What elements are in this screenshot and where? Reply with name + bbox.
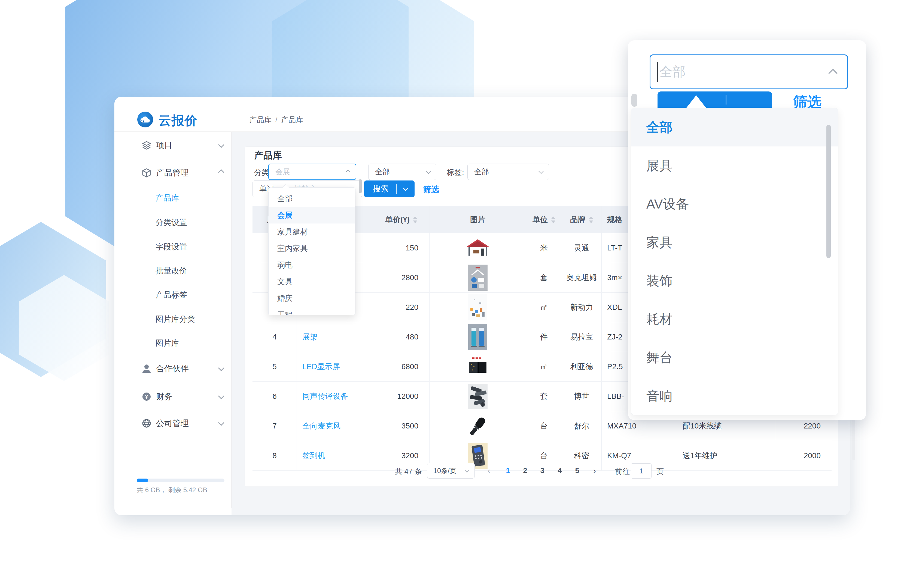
pagination-page-1[interactable]: 1 [503,467,513,475]
magnified-category-input[interactable]: 全部 [650,55,848,89]
sidebar-item-label: 公司管理 [156,418,189,429]
product-image-rollup-banners[interactable] [430,322,526,352]
sidebar-item-finance[interactable]: ¥ 财务 [115,388,231,405]
product-image-led-screen[interactable] [430,352,526,381]
chevron-down-icon [539,169,543,174]
dropdown-option-selected[interactable]: 全部 [631,108,838,147]
magnified-scrollbar-thumb [631,94,637,107]
pagination-next-button[interactable]: › [593,466,596,475]
sidebar-item-product-library[interactable]: 产品库 [115,191,231,206]
chevron-up-icon [346,169,350,175]
dropdown-option[interactable]: 耗材 [631,300,838,338]
person-icon [141,363,152,374]
cube-icon [141,167,152,178]
product-name-link[interactable]: 同声传译设备 [297,382,373,411]
sidebar-item-category-settings[interactable]: 分类设置 [115,215,231,230]
chevron-down-icon [397,186,408,191]
chevron-up-icon [828,69,838,78]
sidebar-item-product-tags[interactable]: 产品标签 [115,288,231,303]
dropdown-option[interactable]: 家具建材 [269,223,355,240]
category-dropdown-menu: 全部 会展 家具建材 室内家具 弱电 文具 婚庆 工程 [268,187,356,315]
magnified-dropdown-menu: 全部 展具 AV设备 家具 装饰 耗材 舞台 音响 [631,108,838,415]
dropdown-option[interactable]: 展具 [631,147,838,185]
pagination-goto-input[interactable] [631,463,652,478]
breadcrumb-separator: / [275,116,278,124]
text-cursor [657,62,658,82]
tag-filter-label: 标签: [447,167,464,178]
product-image-collage[interactable] [430,292,526,322]
product-image-microphone[interactable] [430,411,526,441]
advanced-filter-link[interactable]: 筛选 [423,184,439,195]
yen-circle-icon: ¥ [141,391,152,402]
sidebar-item-label: 合作伙伴 [156,363,189,374]
pagination-goto-label: 前往 [615,467,630,477]
category-select[interactable]: 会展 [268,163,356,180]
dropdown-option[interactable]: 全部 [269,190,355,207]
tag-select[interactable]: 全部 [468,163,549,180]
table-row: 8 签到机 3200 台 科密 KM-Q7 送1年维护 2000 [252,441,832,471]
column-header-price[interactable]: 单价(¥) [373,206,430,233]
pagination-page-4[interactable]: 4 [554,467,565,475]
storage-progress-fill [137,478,148,482]
column-header-unit[interactable]: 单位 [526,206,562,233]
sidebar-item-company-management[interactable]: 公司管理 [115,415,231,432]
dropdown-option[interactable]: 家具 [631,223,838,262]
product-image-interpretation-set[interactable] [430,382,526,411]
sidebar-item-projects[interactable]: 项目 [115,137,231,154]
dropdown-option[interactable]: 工程 [269,307,355,315]
sidebar-item-image-library[interactable]: 图片库 [115,336,231,351]
dropdown-option-selected[interactable]: 会展 [269,207,355,223]
dropdown-caret [686,95,706,108]
subcategory-select[interactable]: 全部 [368,163,436,180]
breadcrumb-item[interactable]: 产品库 [249,116,272,124]
dropdown-option[interactable]: 室内家具 [269,240,355,257]
sidebar-item-image-library-category[interactable]: 图片库分类 [115,312,231,327]
sidebar-item-product-management[interactable]: 产品管理 [115,164,231,182]
pagination-page-5[interactable]: 5 [572,467,582,475]
pagination-total: 共 47 条 [395,467,422,477]
pagination-page-3[interactable]: 3 [537,467,548,475]
button-divider [726,95,726,105]
search-button[interactable]: 搜索 [364,181,414,197]
pagination-page-2[interactable]: 2 [520,467,531,475]
dropdown-scrollbar-thumb[interactable] [827,125,831,258]
product-name-link[interactable]: LED显示屏 [297,352,373,381]
chevron-down-icon [219,394,223,399]
sort-icon[interactable] [589,216,593,223]
product-image-tent[interactable] [430,233,526,263]
column-header-image: 图片 [430,206,526,233]
globe-icon [141,418,152,429]
page-size-select[interactable]: 10条/页 [427,463,475,478]
input-scrollbar-thumb[interactable] [359,179,362,193]
chevron-down-icon [219,421,223,426]
dropdown-option[interactable]: 装饰 [631,262,838,300]
dropdown-option[interactable]: 音响 [631,377,838,415]
sidebar-item-partners[interactable]: 合作伙伴 [115,360,231,377]
breadcrumb: 产品库/产品库 [249,115,303,125]
sidebar-item-field-settings[interactable]: 字段设置 [115,239,231,255]
product-image-booth-set[interactable] [430,263,526,292]
app-logo-text: 云报价 [159,112,198,129]
product-name-link[interactable]: 展架 [297,322,373,352]
chevron-down-icon [219,143,223,148]
sort-icon[interactable] [551,216,555,223]
layers-icon [141,140,152,151]
dropdown-option[interactable]: 舞台 [631,338,838,377]
chevron-down-icon [219,366,223,371]
sort-icon[interactable] [413,216,417,223]
dropdown-option[interactable]: 文具 [269,273,355,290]
chevron-up-icon [219,170,223,176]
dropdown-option[interactable]: 婚庆 [269,290,355,307]
product-name-link[interactable]: 签到机 [297,441,373,470]
dropdown-option[interactable]: AV设备 [631,185,838,223]
column-header-brand[interactable]: 品牌 [562,206,602,233]
sidebar-item-label: 产品管理 [156,167,189,179]
product-name-link[interactable]: 全向麦克风 [297,411,373,441]
svg-text:¥: ¥ [145,394,148,400]
dropdown-option[interactable]: 弱电 [269,257,355,273]
sidebar-item-bulk-price-change[interactable]: 批量改价 [115,263,231,278]
chevron-down-icon [427,169,430,174]
pagination-prev-button[interactable]: ‹ [487,466,490,475]
sidebar-item-label: 项目 [156,140,172,151]
magnified-search-button [657,92,772,108]
